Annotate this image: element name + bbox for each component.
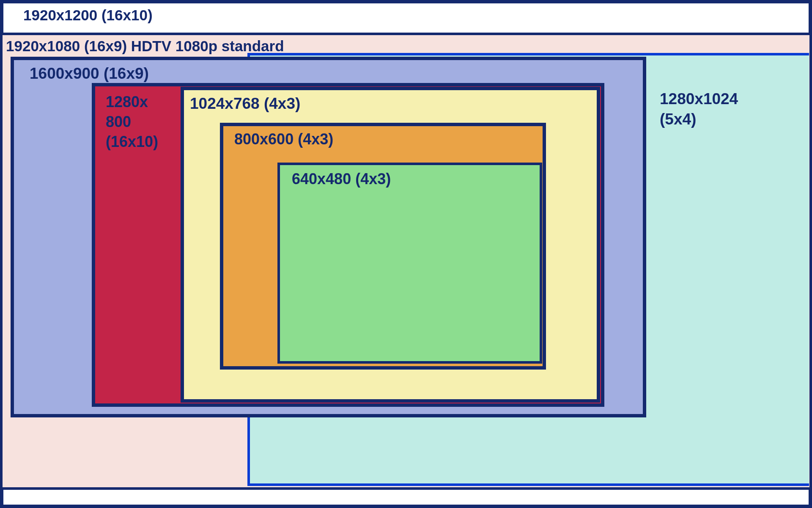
resolution-label-1280x1024: 1280x1024 (5x4): [660, 89, 738, 130]
resolution-box-640x480: [277, 163, 542, 364]
resolution-label-1920x1080: 1920x1080 (16x9) HDTV 1080p standard: [6, 36, 284, 56]
resolution-label-640x480: 640x480 (4x3): [292, 169, 391, 189]
resolution-label-1024x768: 1024x768 (4x3): [190, 94, 300, 114]
resolution-label-1600x900: 1600x900 (16x9): [30, 64, 149, 84]
resolution-label-812x508: 812x508 (16x10): [23, 6, 153, 25]
resolution-label-1280x800: 1280x 800 (16x10): [106, 92, 158, 152]
resolution-label-800x600: 800x600 (4x3): [234, 130, 333, 149]
